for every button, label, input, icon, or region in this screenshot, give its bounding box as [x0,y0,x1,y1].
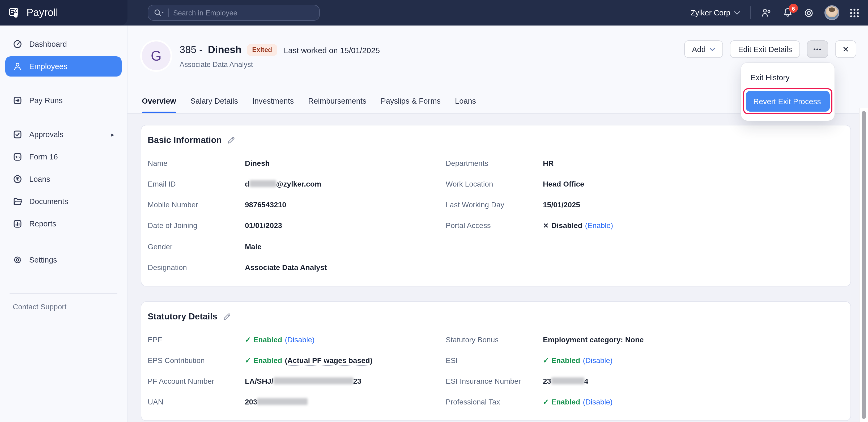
field-label: UAN [148,396,245,407]
sidebar-item-label: Documents [29,197,68,206]
annotation-highlight-box: Revert Exit Process [743,88,832,114]
search-divider [168,8,169,17]
pay-runs-icon [13,96,22,105]
referrals-icon[interactable] [761,7,772,18]
dashboard-icon [13,39,22,49]
field-value: HR [543,158,838,169]
tab-investments[interactable]: Investments [252,97,294,113]
org-name: Zylker Corp [690,8,731,17]
employee-designation: Associate Data Analyst [180,61,380,68]
disabled-x-icon: ✕ [543,222,549,230]
field-value: Associate Data Analyst [245,262,446,273]
tab-loans[interactable]: Loans [455,97,476,113]
statutory-details-card: Statutory Details EPF ✓Enabled(Disable) [141,301,851,421]
app-title: Payroll [27,7,58,19]
field-label: Departments [446,158,543,169]
chevron-down-icon [734,11,740,14]
org-selector[interactable]: Zylker Corp [690,8,740,17]
sidebar-item-loans[interactable]: ₹ Loans [5,169,122,189]
field-value: Dinesh [245,158,446,169]
contact-support-link[interactable]: Contact Support [13,302,127,311]
overview-content: Basic Information Name Dinesh Department… [127,114,868,421]
close-button[interactable]: ✕ [835,40,856,58]
brand-block[interactable]: Payroll [0,0,127,26]
sidebar-item-label: Dashboard [29,40,67,48]
edit-basic-info-button[interactable] [227,136,236,144]
sidebar-item-label: Reports [29,219,56,228]
check-icon: ✓ [245,356,251,365]
last-worked-text: Last worked on 15/01/2025 [284,46,380,55]
edit-exit-details-button[interactable]: Edit Exit Details [730,40,800,58]
sidebar-item-form-16[interactable]: 16 Form 16 [5,147,122,167]
card-title: Basic Information [148,135,222,145]
card-title: Statutory Details [148,311,217,322]
edit-statutory-details-button[interactable] [223,312,231,321]
tab-payslips-forms[interactable]: Payslips & Forms [381,97,441,113]
notification-count-badge: 6 [789,4,798,13]
enable-portal-link[interactable]: (Enable) [585,221,613,230]
sidebar-item-label: Approvals [29,130,63,139]
check-icon: ✓ [245,335,251,344]
basic-information-card: Basic Information Name Dinesh Department… [141,125,851,287]
settings-gear-icon[interactable] [803,7,814,18]
field-value-eps: ✓Enabled(Actual PF wages based) [245,355,446,366]
reports-chart-icon [13,219,22,229]
employee-name: Dinesh [208,44,242,56]
redacted-value [273,378,353,384]
field-value-epf: ✓Enabled(Disable) [245,334,446,345]
employee-header: G 385 - Dinesh Exited Last worked on 15/… [127,26,868,114]
field-label: PF Account Number [148,376,245,386]
sidebar-item-employees[interactable]: Employees [5,56,122,77]
field-value-professional-tax: ✓Enabled(Disable) [543,396,838,407]
sidebar-item-dashboard[interactable]: Dashboard [5,34,122,54]
disable-esi-link[interactable]: (Disable) [583,356,613,365]
field-value: 01/01/2023 [245,220,446,231]
user-avatar[interactable] [825,5,839,20]
more-actions-button[interactable]: ••• [807,40,828,58]
field-value: 15/01/2025 [543,199,838,210]
eps-note: (Actual PF wages based) [285,356,372,366]
field-label: ESI Insurance Number [446,376,543,386]
approvals-icon [13,130,22,139]
scrollbar-thumb[interactable] [862,111,866,419]
field-value-uan: 203 [245,396,446,407]
employee-id: 385 - [180,44,203,56]
sidebar-item-pay-runs[interactable]: Pay Runs [5,90,122,111]
apps-grid-icon[interactable] [849,8,860,18]
search-input[interactable] [173,9,290,17]
topbar-divider [750,6,751,19]
sidebar-nav: Dashboard Employees Pay Runs [0,26,127,422]
tab-overview[interactable]: Overview [142,97,176,113]
redacted-value [249,180,276,187]
field-label: Last Working Day [446,199,543,210]
notifications-bell-icon[interactable]: 6 [782,7,793,18]
disable-epf-link[interactable]: (Disable) [285,335,314,344]
disable-professional-tax-link[interactable]: (Disable) [583,397,613,406]
status-badge: Exited [247,44,277,56]
employees-icon [13,62,22,71]
field-value: 9876543210 [245,199,446,210]
sidebar-item-documents[interactable]: Documents [5,191,122,212]
menu-item-revert-exit-process[interactable]: Revert Exit Process [746,91,830,112]
field-label: Professional Tax [446,396,543,407]
sidebar-item-label: Pay Runs [29,96,63,105]
sidebar-item-settings[interactable]: Settings [5,250,122,270]
field-value-esi: ✓Enabled(Disable) [543,355,838,366]
field-value: Male [245,241,446,252]
svg-text:₹: ₹ [16,177,19,182]
top-bar: Payroll Zylker Corp [0,0,868,26]
chevron-down-icon [710,48,715,51]
add-button[interactable]: Add [684,40,723,58]
sidebar-item-approvals[interactable]: Approvals ▸ [5,124,122,145]
field-label: Portal Access [446,220,543,231]
field-label: Gender [148,241,245,252]
sidebar-item-label: Form 16 [29,153,58,161]
menu-item-exit-history[interactable]: Exit History [741,68,835,87]
sidebar-item-reports[interactable]: Reports [5,214,122,234]
tab-reimbursements[interactable]: Reimbursements [308,97,366,113]
sidebar-divider [9,293,117,294]
search-icon[interactable] [154,8,164,17]
tab-salary-details[interactable]: Salary Details [190,97,238,113]
global-search[interactable] [148,5,320,21]
svg-text:16: 16 [16,155,20,159]
